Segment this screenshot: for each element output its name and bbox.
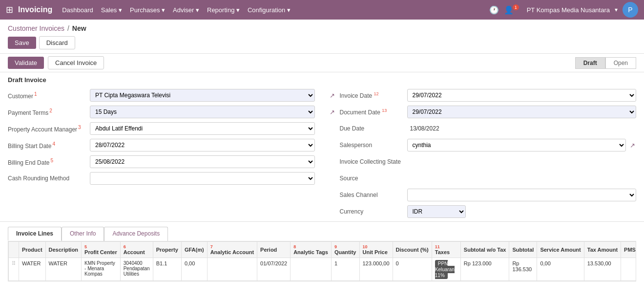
top-navigation: ⊞ Invoicing Dashboard Sales ▾ Purchases … [0,0,644,20]
invoice-date-link-icon[interactable]: ↗ [330,92,335,99]
th-analytic-account: 7 Analytic Account [207,242,257,258]
status-step-open[interactable]: Open [605,57,636,69]
action-bar: Save Discard [0,34,644,53]
salesperson-link-icon[interactable]: ↗ [630,142,635,149]
document-date-input[interactable]: 29/07/2022 [407,106,637,118]
td-account[interactable]: 3040400 Pendapatan Utilities [120,258,153,281]
th-discount: Discount (%) [393,242,432,258]
billing-start-label: Billing Start Date4 [8,141,86,150]
due-date-row: ↗ Due Date 13/08/2022 [330,122,637,135]
user-dropdown-icon[interactable]: ▾ [615,6,618,13]
cash-rounding-label: Cash Rounding Method [8,175,86,182]
document-date-link-icon[interactable]: ↗ [330,108,335,116]
td-product[interactable]: WATER [19,258,46,281]
td-tax-amount: 13.530,00 [584,258,621,281]
status-left: Validate Cancel Invoice [8,56,104,69]
nav-sales[interactable]: Sales ▾ [101,6,122,14]
clock-icon[interactable]: 🕐 [489,5,499,15]
source-row: ↗ Source [330,172,637,185]
customer-label: Customer1 [8,91,86,100]
property-account-input[interactable]: Abdul Latif Effendi [90,122,315,135]
discard-button[interactable]: Discard [39,36,75,49]
td-unit-price[interactable]: 123.000,00 [359,258,393,281]
section-title: Draft Invoice [0,72,644,86]
th-product: Product [19,242,46,258]
nav-configuration[interactable]: Configuration ▾ [248,6,291,14]
customer-input[interactable]: PT Cipta Megaswara Televisi [90,89,315,102]
td-pms-folio[interactable] [621,258,636,281]
nav-purchases[interactable]: Purchases ▾ [130,6,165,14]
salesperson-label: Salesperson [340,142,403,149]
breadcrumb-current: New [72,24,86,32]
tab-advance-deposits[interactable]: Advance Deposits [104,227,168,241]
td-analytic-account[interactable] [207,258,257,281]
salesperson-input[interactable]: cynthia [407,139,626,151]
breadcrumb-link[interactable]: Customer Invoices [8,24,64,32]
billing-end-row: Billing End Date5 25/08/2022 [8,155,315,169]
status-bar: Validate Cancel Invoice Draft Open [0,53,644,72]
payment-terms-row: Payment Terms2 15 Days [8,105,315,119]
invoice-date-input[interactable]: 29/07/2022 [407,89,637,102]
sales-channel-label: Sales Channel [340,192,403,198]
nav-adviser[interactable]: Adviser ▾ [173,6,199,14]
th-unit-price: 10 Unit Price [359,242,393,258]
due-date-label: Due Date [340,125,403,132]
invoice-date-row: ↗ Invoice Date 12 29/07/2022 [330,88,637,102]
validate-button[interactable]: Validate [8,57,44,69]
user-name[interactable]: PT Kompas Media Nusantara [527,6,610,14]
invoice-lines-table: Product Description 5 Profit Center 6 Ac… [8,241,636,281]
avatar[interactable]: P [623,2,638,18]
breadcrumb-separator: / [67,24,69,32]
invoice-collecting-row: ↗ Invoice Collecting State [330,155,637,169]
td-profit-center[interactable]: KMN Property - Menara Kompas [82,258,121,281]
td-drag[interactable]: ⠿ [9,258,19,281]
invoice-lines-table-wrapper: Product Description 5 Profit Center 6 Ac… [8,241,636,281]
billing-end-input[interactable]: 25/08/2022 [90,155,315,168]
td-description[interactable]: WATER [45,258,82,281]
nav-items: Dashboard Sales ▾ Purchases ▾ Adviser ▾ … [62,6,489,14]
currency-input[interactable]: IDR [407,205,466,218]
form-left: Customer1 PT Cipta Megaswara Televisi Pa… [8,88,315,218]
customer-row: Customer1 PT Cipta Megaswara Televisi [8,88,315,102]
td-property[interactable]: B1.1 [153,258,181,281]
th-property: Property [153,242,181,258]
payment-terms-input[interactable]: 15 Days [90,106,315,118]
billing-start-input[interactable]: 28/07/2022 [90,139,315,151]
td-service-amount[interactable]: 0,00 [537,258,584,281]
save-button[interactable]: Save [8,37,36,49]
th-analytic-tags: 8 Analytic Tags [291,242,332,258]
breadcrumb: Customer Invoices / New [0,20,644,34]
app-name: Invoicing [18,5,52,14]
sales-channel-row: ↗ Sales Channel [330,188,637,202]
th-subtotal-wo-tax: Subtotal w/o Tax [460,242,509,258]
source-label: Source [340,175,403,182]
td-quantity[interactable]: 1 [331,258,359,281]
td-gfa[interactable]: 0,00 [181,258,207,281]
sales-channel-input[interactable] [407,189,637,201]
table-row: ⠿ WATER WATER KMN Property - Menara Komp… [9,258,637,281]
billing-start-row: Billing Start Date4 28/07/2022 [8,138,315,152]
tab-other-info[interactable]: Other Info [62,227,104,241]
property-account-row: Property Account Manager3 Abdul Latif Ef… [8,122,315,135]
th-period: Period [257,242,291,258]
status-step-draft[interactable]: Draft [575,57,605,69]
grid-icon[interactable]: ⊞ [6,4,13,15]
cancel-invoice-button[interactable]: Cancel Invoice [48,56,104,69]
form-right: ↗ Invoice Date 12 29/07/2022 ↗ Document … [330,88,637,218]
th-profit-center: 5 Profit Center [82,242,121,258]
th-subtotal: Subtotal [509,242,537,258]
nav-right: 🕐 👤 1 PT Kompas Media Nusantara ▾ P [489,2,638,18]
nav-reporting[interactable]: Reporting ▾ [207,6,240,14]
cash-rounding-input[interactable] [90,172,315,185]
td-period[interactable]: 01/07/2022 [257,258,291,281]
td-analytic-tags[interactable] [291,258,332,281]
td-taxes[interactable]: PPN Keluaran 11% [432,258,460,281]
status-steps: Draft Open [575,57,636,69]
th-description: Description [45,242,82,258]
payment-terms-label: Payment Terms2 [8,108,86,116]
notification-badge: 1 [513,4,519,10]
nav-dashboard[interactable]: Dashboard [62,6,93,14]
tab-invoice-lines[interactable]: Invoice Lines [8,227,62,241]
salesperson-row: ↗ Salesperson cynthia ↗ [330,138,637,152]
td-discount[interactable]: 0 [393,258,432,281]
